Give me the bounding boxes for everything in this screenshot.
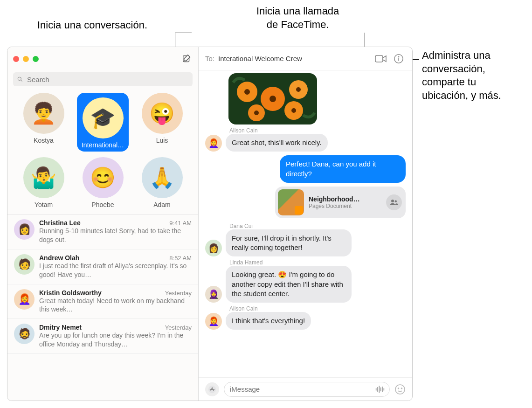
- avatar: 👩: [14, 219, 35, 240]
- avatar: 🧑‍🦱: [23, 93, 64, 134]
- callout-line: [175, 33, 192, 33]
- search-wrap: [7, 70, 198, 91]
- traffic-lights: [13, 56, 39, 62]
- svg-point-18: [391, 200, 394, 202]
- svg-point-20: [208, 385, 216, 393]
- svg-rect-21: [376, 388, 377, 390]
- info-icon: [394, 54, 404, 64]
- message-bubble[interactable]: For sure, I'll drop it in shortly. It's …: [226, 229, 352, 257]
- attachment-card[interactable]: Neighborhood… Pages Document: [275, 187, 406, 218]
- pinned-grid: 🧑‍🦱 Kostya 🎓 International… 😜 Luis 🤷‍♂️ …: [7, 91, 198, 214]
- callout-info: Administra una conversación, comparte tu…: [422, 49, 501, 102]
- avatar: 🧔: [14, 324, 35, 344]
- pin-luis[interactable]: 😜 Luis: [134, 93, 190, 152]
- avatar: 👩‍🦰: [205, 313, 222, 330]
- waveform-icon: [375, 386, 385, 393]
- svg-line-2: [21, 80, 22, 82]
- emoji-button[interactable]: [394, 384, 406, 395]
- sender-label: Alison Cain: [229, 127, 406, 134]
- svg-rect-23: [379, 386, 380, 393]
- incoming-row: 🧕 Looking great. 😍 I'm going to do anoth…: [205, 266, 406, 303]
- pin-label: Adam: [153, 201, 171, 208]
- svg-point-1: [18, 77, 21, 80]
- svg-rect-3: [375, 55, 383, 62]
- pin-label: Yotam: [35, 201, 53, 208]
- pin-label: Luis: [156, 137, 168, 144]
- pin-adam[interactable]: 🙏 Adam: [134, 157, 190, 208]
- messages-window: 🧑‍🦱 Kostya 🎓 International… 😜 Luis 🤷‍♂️ …: [7, 47, 413, 401]
- message-bubble[interactable]: I think that's everything!: [226, 312, 311, 330]
- compose-button[interactable]: [181, 53, 193, 64]
- svg-point-6: [398, 56, 399, 57]
- minimize-button[interactable]: [23, 56, 29, 62]
- avatar: 🤷‍♂️: [23, 157, 64, 198]
- svg-point-17: [291, 108, 296, 113]
- sender-label: Dana Cui: [229, 223, 406, 229]
- callout-facetime: Inicia una llamada de FaceTime.: [256, 5, 339, 31]
- pin-phoebe[interactable]: 😊 Phoebe: [75, 157, 131, 208]
- convo-preview: Running 5-10 minutes late! Sorry, had to…: [39, 227, 192, 244]
- svg-rect-26: [384, 388, 385, 390]
- convo-name: Dmitry Nemet: [39, 324, 82, 331]
- outgoing-row: Perfect! Dana, can you add it directly?: [205, 155, 406, 183]
- pin-international[interactable]: 🎓 International…: [75, 93, 131, 152]
- incoming-row: 👩‍🦰 Great shot, this'll work nicely.: [205, 134, 406, 152]
- svg-point-11: [269, 96, 276, 102]
- svg-point-13: [296, 87, 301, 92]
- info-button[interactable]: [392, 52, 406, 66]
- list-item[interactable]: 👩‍🦰 Kristin GoldsworthyYesterday Great m…: [7, 284, 198, 319]
- avatar: 👩‍🦰: [205, 135, 222, 152]
- svg-point-27: [395, 385, 405, 394]
- message-thread[interactable]: Alison Cain 👩‍🦰 Great shot, this'll work…: [199, 70, 412, 377]
- pin-kostya[interactable]: 🧑‍🦱 Kostya: [16, 93, 71, 152]
- composer: [199, 377, 412, 401]
- svg-point-28: [398, 388, 399, 389]
- attachment-title: Neighborhood…: [309, 195, 381, 203]
- list-item[interactable]: 🧔 Dmitry NemetYesterday Are you up for l…: [7, 319, 198, 354]
- facetime-button[interactable]: [374, 52, 388, 66]
- message-bubble[interactable]: Looking great. 😍 I'm going to do another…: [226, 266, 352, 303]
- pin-yotam[interactable]: 🤷‍♂️ Yotam: [16, 157, 71, 208]
- video-icon: [375, 54, 387, 63]
- window-titlebar: [7, 47, 198, 70]
- incoming-row: 👩 For sure, I'll drop it in shortly. It'…: [205, 229, 406, 257]
- pin-label: Kostya: [34, 137, 54, 144]
- conversation-header: To: Interational Welcome Crew: [199, 47, 412, 70]
- avatar: 😜: [142, 93, 183, 134]
- close-button[interactable]: [13, 56, 19, 62]
- search-field[interactable]: [13, 72, 193, 86]
- apps-button[interactable]: [205, 382, 219, 396]
- message-field[interactable]: [224, 382, 390, 397]
- conversation-pane: To: Interational Welcome Crew: [199, 47, 412, 401]
- svg-rect-25: [382, 387, 383, 392]
- fullscreen-button[interactable]: [33, 56, 39, 62]
- message-input[interactable]: [229, 385, 372, 394]
- list-item[interactable]: 👩 Christina Lee9:41 AM Running 5-10 minu…: [7, 214, 198, 249]
- convo-time: Yesterday: [165, 290, 192, 297]
- list-item[interactable]: 🧑 Andrew Olah8:52 AM I just read the fir…: [7, 249, 198, 284]
- avatar: 🧕: [205, 286, 222, 303]
- avatar: 😊: [83, 157, 124, 198]
- convo-preview: I just read the first draft of Aliya's s…: [39, 262, 192, 279]
- pin-label: Phoebe: [91, 201, 114, 208]
- collaborators-button[interactable]: [386, 194, 402, 210]
- sender-label: Linda Hamed: [229, 259, 406, 266]
- compose-icon: [182, 54, 192, 64]
- callout-compose: Inicia una conversación.: [37, 19, 147, 32]
- svg-point-19: [395, 200, 397, 202]
- sender-label: Alison Cain: [229, 305, 406, 312]
- convo-preview: Are you up for lunch one day this week? …: [39, 331, 192, 349]
- smiley-icon: [394, 384, 406, 395]
- image-message[interactable]: [228, 73, 317, 124]
- appstore-icon: [208, 385, 216, 394]
- to-name: Interational Welcome Crew: [218, 55, 370, 62]
- message-bubble[interactable]: Great shot, this'll work nicely.: [226, 134, 328, 152]
- message-bubble[interactable]: Perfect! Dana, can you add it directly?: [280, 155, 406, 183]
- svg-point-9: [244, 89, 250, 95]
- avatar: 🧑: [14, 254, 35, 275]
- search-input[interactable]: [26, 75, 189, 84]
- convo-name: Christina Lee: [39, 219, 81, 227]
- attachment-row: Neighborhood… Pages Document: [205, 187, 406, 218]
- attachment-thumb: [278, 189, 304, 215]
- convo-name: Kristin Goldsworthy: [39, 289, 102, 297]
